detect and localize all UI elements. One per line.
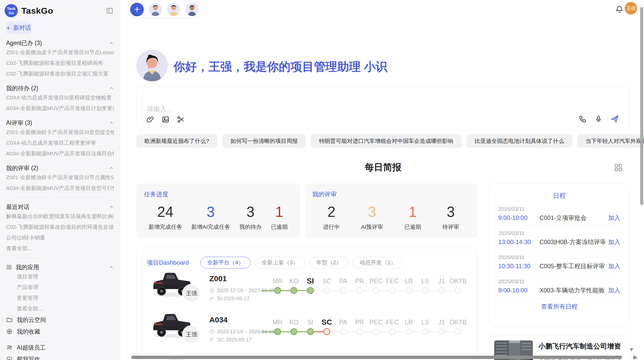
section-header[interactable]: AI评审 (3): [6, 119, 114, 127]
section-header[interactable]: 我的待办 (2): [6, 84, 114, 92]
microphone-icon[interactable]: [594, 115, 603, 123]
join-meeting-link[interactable]: 加入: [608, 214, 620, 222]
milestone-label: PR: [355, 318, 364, 327]
sidebar-task-item[interactable]: C02-飞腾新能源轻客改款项目里程碑画布: [6, 58, 114, 68]
sidebar-task-item[interactable]: A034-全新新能源MUV产品开发项目计划变更类编写: [6, 103, 114, 114]
suggestion-chip[interactable]: 如何写一份清晰的项目周报: [222, 134, 306, 148]
schedule-item: 2025/03/11 9:00-10:00 X003-车辆动力学性能验... 加…: [498, 278, 620, 298]
composer-input[interactable]: 请输入...: [147, 104, 172, 113]
join-meeting-link[interactable]: 加入: [608, 238, 620, 246]
flag-icon: [209, 296, 214, 301]
project-row[interactable]: 王强 A034 2023-12-19 ~ 2026-01-19 SC-2025-…: [137, 308, 477, 350]
scroll-down-arrow-icon[interactable]: ▼: [629, 346, 634, 353]
stat-label: 已逾期: [271, 223, 288, 231]
write-helper-label: 帮我写作: [17, 355, 40, 360]
dashboard-tab[interactable]: 全新上装（3）: [255, 257, 305, 268]
view-all-schedule-link[interactable]: 查看所有日程: [498, 303, 620, 311]
suggestion-chip[interactable]: 特朗普可能对进口汽车增税会对中国车企造成哪些影响: [311, 134, 461, 148]
dashboard-tab[interactable]: 年型（2）: [310, 257, 348, 268]
sidebar-scroll: Agent已办 (3) Z001-全新燃油皮卡产品开发项目SI节点Lesson …: [0, 39, 120, 360]
sidebar-item-favorites[interactable]: 我的收藏: [6, 326, 114, 337]
schedule-card: 日程 2025/03/11 9:00-10:00 C001-立项审批会 加入 2…: [489, 184, 630, 327]
milestone-node: [438, 328, 445, 335]
vertical-scrollbar[interactable]: [640, 7, 643, 205]
greeting-text: 你好，王强，我是你的项目管理助理 小识: [173, 59, 387, 75]
attachment-icon[interactable]: [146, 115, 154, 124]
suggestion-chips: 欧洲新规最近颁布了什么?如何写一份清晰的项目周报特朗普可能对进口汽车增税会对中国…: [136, 134, 630, 148]
milestone-node: [290, 328, 297, 335]
suggestion-chip[interactable]: 比亚迪全固态电池计划具体说了什么: [466, 134, 572, 148]
new-chat-button[interactable]: + 新对话: [6, 22, 31, 34]
milestone: SC: [319, 276, 335, 294]
app-item[interactable]: 产品管理: [6, 282, 114, 293]
milestone-label: LR: [405, 276, 413, 286]
horizontal-scrollbar[interactable]: [131, 356, 622, 359]
sidebar-task-item[interactable]: Z001-全新燃油轻卡产品开发项目SI造型提交物评审: [6, 127, 114, 138]
stat-value: 24: [149, 204, 182, 220]
sidebar-task-item[interactable]: A034-全新新能源MUV产品开发项目法规符合性评审: [6, 148, 114, 159]
suggestion-chip[interactable]: 当下年轻人对汽车外观有怎样的喜好趋势: [577, 134, 644, 148]
image-upload-icon[interactable]: [162, 115, 170, 124]
milestone-label: SI: [307, 276, 314, 286]
sidebar-section: 我的评审 (2) Z001-全新燃油轻卡产品开发项目SI节点属性5D文件评审A0…: [6, 164, 114, 193]
milestone: J1: [433, 276, 450, 294]
recent-chats-header[interactable]: 最近对话: [6, 203, 114, 211]
app-item[interactable]: 项目管理: [6, 271, 114, 282]
sidebar-task-item[interactable]: Z001-全新燃油轻卡产品开发项目SI节点属性5D文件评审: [6, 172, 114, 183]
sidebar-section: 我的待办 (2) C0X4-动力总成开发项目SI里程碑提交物检查A034-全新新…: [6, 84, 114, 114]
stat: 3 我的待办: [239, 204, 262, 231]
my-apps-header[interactable]: 我的应用: [6, 263, 114, 271]
chevron-up-icon: [109, 120, 114, 125]
briefing-stats: 2 进行中 3 AI预评审 1 已逾期: [312, 204, 470, 231]
section-header[interactable]: Agent已办 (3): [6, 39, 114, 47]
scroll-right-arrow-icon[interactable]: ▶: [633, 354, 638, 360]
app-window: Task Go TaskGo + 新对话 Agent已办 (3): [0, 0, 644, 360]
app-item[interactable]: 查看全部...: [6, 303, 114, 314]
assistant-avatar[interactable]: [149, 3, 162, 16]
sidebar-task-item[interactable]: C02-飞腾新能源轻客改款项目立项汇报方案: [6, 68, 114, 79]
recent-chat-item[interactable]: 公司Q3轻卡销量: [6, 232, 114, 243]
milestone-label: OKTB: [449, 276, 467, 286]
sidebar-task-item[interactable]: A034-全新新能源MUV产品开发项目造型可行性评审: [6, 183, 114, 193]
layout-grid-icon[interactable]: [613, 163, 623, 172]
add-assistant-button[interactable]: +: [130, 3, 144, 16]
project-code: A034: [209, 316, 228, 324]
stat: 3 待评审: [442, 204, 459, 231]
section-header[interactable]: 我的评审 (2): [6, 164, 114, 172]
milestone-node: [307, 328, 314, 335]
dashboard-tab[interactable]: 动总开发（1）: [353, 257, 403, 268]
sidebar-item-write-helper[interactable]: 帮我写作: [6, 353, 114, 360]
recent-chat-item[interactable]: 查看全部...: [6, 243, 114, 254]
join-meeting-link[interactable]: 加入: [608, 262, 620, 270]
join-meeting-link[interactable]: 加入: [608, 286, 620, 294]
sidebar-item-cloud-space[interactable]: 我的云空间: [6, 314, 114, 326]
sidebar-collapse-icon[interactable]: [106, 7, 113, 14]
dashboard-tab[interactable]: 全新平台（4）: [200, 257, 250, 268]
assistant-avatar[interactable]: [167, 3, 180, 16]
milestone: SC: [319, 318, 335, 335]
schedule-time: 13:00-14:30: [498, 238, 539, 246]
sidebar-item-ai-employee[interactable]: AI超级员工: [6, 342, 114, 353]
app-item[interactable]: 变更管理: [6, 293, 114, 303]
stat: 2 进行中: [323, 204, 340, 231]
schedule-event-title: C003|H0B-方案冻结评审: [539, 238, 605, 246]
recent-chats-section: 最近对话 解释最新出台的欧盟报废车法规再生塑料比例被调至15%...C02-飞腾…: [6, 203, 114, 254]
recent-chat-item[interactable]: 解释最新出台的欧盟报废车法规再生塑料比例被调至15%...: [6, 211, 114, 222]
sidebar-task-item[interactable]: C0X4-动力总成开发项目SI里程碑提交物检查: [6, 92, 114, 103]
assistant-avatar[interactable]: [185, 3, 199, 16]
schedule-date: 2025/03/11: [498, 206, 620, 212]
notification-bell-icon[interactable]: [615, 5, 624, 14]
milestone-node: [405, 287, 412, 294]
phone-call-icon[interactable]: [579, 115, 587, 123]
recent-chat-item[interactable]: C02-飞腾新能源轻客改款项目的闭环通告反馈情况: [6, 222, 114, 232]
sidebar-task-item[interactable]: Z001-全新燃油皮卡产品开发项目SI节点Lesson Learn报告: [6, 47, 114, 58]
milestone-node: [340, 287, 347, 294]
send-icon[interactable]: [610, 114, 619, 124]
sidebar-task-item[interactable]: C0X4-动力总成开发项目工程变更评审: [6, 138, 114, 148]
suggestion-chip[interactable]: 欧洲新规最近颁布了什么?: [136, 134, 217, 148]
project-row[interactable]: 王强 Z001 2023-12-19 ~ 2027-01-19 SI-2025-…: [137, 267, 477, 308]
milestone-label: FEC: [386, 318, 399, 327]
scissors-icon[interactable]: [177, 115, 185, 124]
user-avatar[interactable]: 王强: [625, 2, 637, 14]
milestone: PA: [335, 276, 352, 294]
